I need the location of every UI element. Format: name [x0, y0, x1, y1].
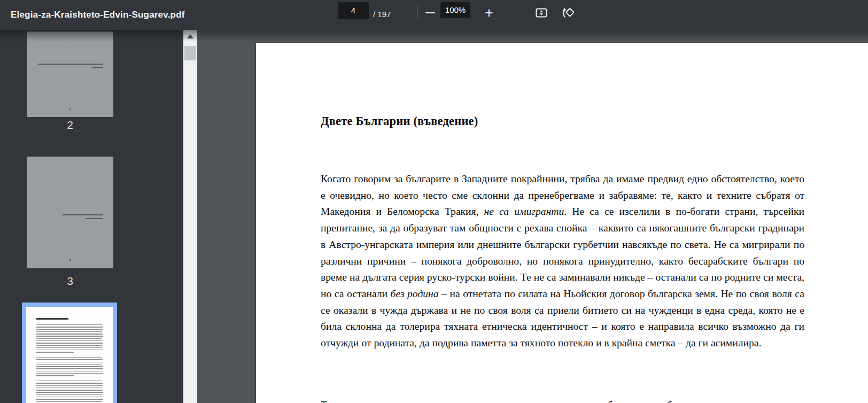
fit-to-page-button[interactable]	[533, 4, 550, 21]
thumbnail-mini-paragraph	[36, 357, 105, 378]
thumbnail-page-3-preview	[27, 157, 113, 268]
zoom-out-button[interactable]	[422, 4, 439, 21]
section-heading: Двете Българии (въведение)	[321, 114, 478, 128]
thumbnail-page-4-selected[interactable]	[22, 303, 117, 403]
zoom-level-field[interactable]: 100%	[440, 2, 470, 18]
plus-icon: +	[485, 6, 493, 20]
paragraph-italic-text: без родина	[391, 288, 439, 299]
scrollbar-thumb[interactable]	[184, 46, 196, 60]
sidebar-scrollbar[interactable]	[183, 30, 197, 403]
thumbnail-mini-paragraph	[36, 381, 105, 403]
rotate-button[interactable]	[560, 4, 577, 21]
page-number-input[interactable]	[338, 2, 369, 19]
page-total-label: / 197	[373, 0, 391, 30]
toolbar-divider	[523, 5, 523, 19]
thumbnail-page-2[interactable]	[27, 32, 113, 117]
minus-icon	[425, 12, 435, 14]
scrollbar-up-button[interactable]	[183, 30, 197, 43]
rotate-counterclockwise-icon	[561, 6, 575, 20]
body-paragraph: Когато говорим за българите в Западните …	[321, 171, 804, 352]
zoom-in-button[interactable]: +	[480, 4, 498, 21]
paragraph-italic-text: не са имигранти	[484, 206, 564, 217]
thumbnail-page-3[interactable]	[27, 157, 113, 268]
thumbnail-sidebar: 2 3	[0, 30, 183, 403]
thumbnail-mini-heading	[36, 318, 68, 320]
pdf-page-4: Двете Българии (въведение) Когато говори…	[256, 43, 868, 403]
fit-to-page-icon	[534, 6, 548, 20]
document-viewport[interactable]: Двете Българии (въведение) Когато говори…	[197, 30, 868, 403]
thumbnail-page-4-preview	[26, 307, 113, 403]
thumbnail-page-3-label: 3	[27, 275, 113, 288]
pdf-toolbar: Elegia-za-Kraishteto-Edvin-Sugarev.pdf /…	[0, 0, 868, 30]
next-paragraph-clipped: Точно затова тяхната история е толкова п…	[321, 397, 804, 403]
thumbnail-page-2-preview	[27, 32, 113, 117]
thumbnail-page-2-label: 2	[27, 119, 113, 131]
document-filename: Elegia-za-Kraishteto-Edvin-Sugarev.pdf	[11, 0, 185, 30]
thumbnail-mini-paragraph	[36, 324, 105, 354]
chevron-up-icon	[187, 34, 193, 38]
paragraph-text: . Не са се изселили в по-богати страни, …	[321, 206, 804, 299]
toolbar-divider	[417, 5, 417, 19]
